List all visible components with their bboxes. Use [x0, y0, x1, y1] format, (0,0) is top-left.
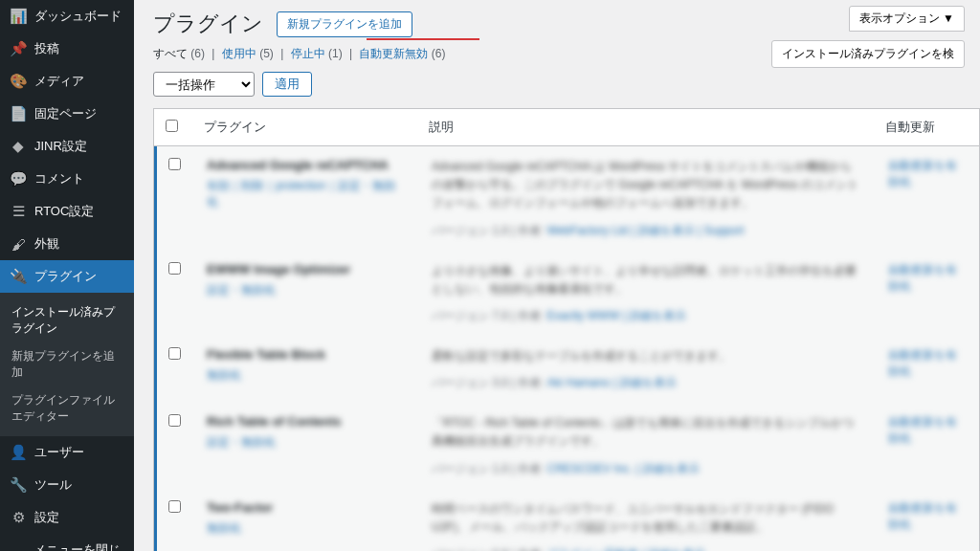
auto-update-toggle[interactable]: 自動更新を有効化 [888, 347, 968, 380]
filter-inactive-count: (1) [328, 47, 343, 60]
plugin-desc: Advanced Google reCAPTCHA は WordPress サイ… [432, 158, 862, 213]
auto-update-toggle[interactable]: 自動更新を有効化 [888, 262, 968, 295]
sidebar-item-label: 固定ページ [34, 105, 97, 122]
wrench-icon: 🔧 [10, 476, 27, 494]
sidebar-item-settings[interactable]: ⚙設定 [0, 501, 134, 534]
plugin-row-actions[interactable]: 無効化 [207, 367, 406, 384]
plugin-icon: 🔌 [10, 268, 27, 285]
auto-update-toggle[interactable]: 自動更新を有効化 [888, 158, 968, 190]
plugins-table: プラグイン 説明 自動更新 Advanced Google reCAPTCHA … [153, 108, 980, 551]
plugin-name: EWWW Image Optimizer [207, 262, 406, 276]
bulk-actions: 一括操作 適用 [134, 72, 980, 108]
sidebar-sub-editor[interactable]: プラグインファイルエディター [0, 386, 134, 430]
filter-all-count: (6) [190, 47, 205, 60]
plugin-meta: バージョン 1.0 | 作者: WebFactory Ltd | 詳細を表示 |… [432, 223, 862, 239]
plugin-name: Flexible Table Block [207, 347, 406, 362]
sidebar-item-dashboard[interactable]: 📊ダッシュボード [0, 0, 134, 33]
plugin-name: Two-Factor [207, 500, 406, 515]
sidebar-item-label: ダッシュボード [34, 8, 122, 25]
add-new-plugin-button[interactable]: 新規プラグインを追加 [277, 11, 412, 37]
plugin-row-actions[interactable]: 無効化 [207, 520, 406, 537]
filter-all[interactable]: すべて [153, 47, 188, 60]
sidebar-item-comments[interactable]: 💬コメント [0, 163, 134, 195]
filter-active-count: (5) [259, 47, 274, 60]
plugin-row-actions[interactable]: 設定・無効化 [207, 434, 406, 451]
sidebar-item-collapse[interactable]: ◀メニューを閉じる [0, 534, 134, 551]
plugin-desc: 「RTOC - Rich Table of Contents」は誰でも簡単に目次… [432, 414, 862, 451]
comment-icon: 💬 [10, 170, 27, 187]
sidebar-item-label: メニューを閉じる [33, 541, 124, 551]
table-row: Flexible Table Block 無効化 柔軟な設定で多彩なテーブルを作… [154, 336, 979, 403]
media-icon: 🎨 [10, 73, 27, 90]
brush-icon: 🖌 [10, 235, 27, 253]
plugin-name: Rich Table of Contents [207, 414, 406, 429]
row-checkbox[interactable] [168, 262, 181, 275]
auto-update-toggle[interactable]: 自動更新を有効化 [888, 414, 968, 447]
sidebar-item-users[interactable]: 👤ユーザー [0, 436, 134, 469]
page-icon: 📄 [10, 105, 27, 122]
main-content: 表示オプション ▼ インストール済みプラグインを検 プラグイン 新規プラグインを… [134, 0, 980, 551]
sidebar-item-label: JINR設定 [34, 138, 87, 155]
sidebar-item-label: 設定 [34, 509, 59, 526]
sidebar-item-rtoc[interactable]: ☰RTOC設定 [0, 195, 134, 228]
plugin-row-actions[interactable]: 有効｜削除｜protection｜設定・無効化 [207, 178, 406, 210]
col-desc: 説明 [417, 109, 874, 146]
table-row: Two-Factor 無効化 時間ベースのワンタイムパスワード、ユニバーサルセカ… [154, 489, 979, 552]
search-installed-button[interactable]: インストール済みプラグインを検 [771, 40, 965, 68]
row-checkbox[interactable] [168, 158, 181, 170]
highlight-underline [367, 38, 479, 40]
user-icon: 👤 [10, 444, 27, 461]
pin-icon: 📌 [10, 40, 27, 57]
filter-auto-off[interactable]: 自動更新無効 [359, 47, 428, 60]
diamond-icon: ◆ [10, 138, 27, 155]
plugin-meta: バージョン 0.8 | 作者: プラグイン貢献者 | 詳細を表示 [432, 546, 862, 551]
sidebar-item-label: RTOC設定 [34, 203, 94, 220]
plugin-meta: バージョン 3.0 | 作者: Aki Hamano | 詳細を表示 [432, 375, 862, 391]
sidebar-item-posts[interactable]: 📌投稿 [0, 33, 134, 65]
admin-sidebar: 📊ダッシュボード 📌投稿 🎨メディア 📄固定ページ ◆JINR設定 💬コメント … [0, 0, 134, 551]
sidebar-item-label: 投稿 [34, 40, 59, 57]
filter-active[interactable]: 使用中 [222, 47, 256, 60]
sidebar-item-jinr[interactable]: ◆JINR設定 [0, 130, 134, 163]
sidebar-sub-add-new[interactable]: 新規プラグインを追加 [0, 342, 134, 386]
sidebar-item-label: プラグイン [34, 268, 97, 285]
sidebar-item-pages[interactable]: 📄固定ページ [0, 98, 134, 130]
row-checkbox[interactable] [168, 347, 181, 360]
bulk-apply-button[interactable]: 適用 [262, 72, 312, 97]
sidebar-item-media[interactable]: 🎨メディア [0, 65, 134, 98]
plugin-row-actions[interactable]: 設定・無効化 [207, 282, 406, 298]
plugin-name: Advanced Google reCAPTCHA [207, 158, 406, 172]
col-plugin: プラグイン [192, 109, 417, 146]
table-row: Rich Table of Contents 設定・無効化 「RTOC - Ri… [154, 403, 979, 488]
row-checkbox[interactable] [168, 414, 181, 427]
dashboard-icon: 📊 [10, 8, 27, 25]
bulk-action-select[interactable]: 一括操作 [153, 72, 255, 97]
sidebar-item-plugins[interactable]: 🔌プラグイン [0, 260, 134, 293]
plugin-meta: バージョン 7.0 | 作者: Exactly WWW | 詳細を表示 [432, 308, 862, 324]
table-row: Advanced Google reCAPTCHA 有効｜削除｜protecti… [154, 146, 979, 251]
page-title: プラグイン [153, 10, 263, 38]
sidebar-item-label: メディア [34, 73, 84, 90]
sidebar-item-label: コメント [34, 170, 84, 187]
plugin-meta: バージョン 1.0 | 作者: CRESCDEV Inc. | 詳細を表示 [432, 461, 862, 477]
sidebar-submenu: インストール済みプラグイン 新規プラグインを追加 プラグインファイルエディター [0, 293, 134, 436]
plugin-desc: より小さな画像、より速いサイト、より幸せな訪問者。ロケット工学の学位を必要としな… [432, 262, 862, 298]
row-checkbox[interactable] [168, 500, 181, 513]
select-all-checkbox[interactable] [166, 120, 178, 132]
plugin-desc: 柔軟な設定で多彩なテーブルを作成することができます。 [432, 347, 862, 365]
plugin-desc: 時間ベースのワンタイムパスワード、ユニバーサルセカンドファクター (FIDO U… [432, 500, 862, 537]
sidebar-sub-installed[interactable]: インストール済みプラグイン [0, 298, 134, 342]
auto-update-toggle[interactable]: 自動更新を有効化 [888, 500, 968, 533]
sidebar-item-appearance[interactable]: 🖌外観 [0, 228, 134, 260]
screen-options-button[interactable]: 表示オプション ▼ [849, 6, 965, 32]
filter-auto-off-count: (6) [432, 47, 446, 60]
sidebar-item-tools[interactable]: 🔧ツール [0, 469, 134, 501]
col-auto: 自動更新 [874, 109, 979, 146]
sidebar-item-label: 外観 [34, 235, 59, 253]
filter-inactive[interactable]: 停止中 [291, 47, 325, 60]
list-icon: ☰ [10, 203, 27, 220]
table-row: EWWW Image Optimizer 設定・無効化 より小さな画像、より速い… [154, 251, 979, 336]
sidebar-item-label: ユーザー [34, 444, 84, 461]
gear-icon: ⚙ [10, 509, 27, 526]
sidebar-item-label: ツール [34, 476, 72, 494]
